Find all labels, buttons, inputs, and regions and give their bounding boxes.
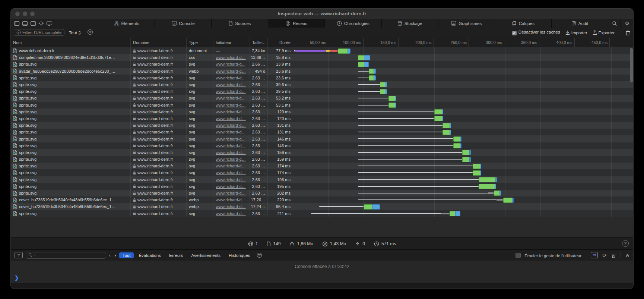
initiator-link[interactable]: www.richard-d… — [216, 123, 246, 128]
reload-icon[interactable]: ⟳ — [602, 252, 607, 258]
table-row[interactable]: sprite.svgwww.richard-dern.frsvgwww.rich… — [11, 156, 633, 163]
initiator-link[interactable]: www.richard-d… — [216, 157, 246, 161]
tab-timelines[interactable]: Chronologies — [324, 19, 381, 28]
column-header-duration[interactable]: Durée — [268, 38, 293, 47]
import-button[interactable]: Importer — [565, 30, 587, 35]
console-prompt[interactable]: ❯ — [11, 273, 633, 283]
initiator-link[interactable]: www.richard-d… — [216, 55, 246, 60]
initiator-link[interactable]: www.richard-d… — [216, 82, 246, 87]
initiator-link[interactable]: www.richard-d… — [216, 144, 246, 148]
javascript-context-icon[interactable]: JS — [591, 252, 598, 258]
table-row[interactable]: cover_hu736519dc3b5040cfa48b6b559b6de6ec… — [11, 196, 633, 203]
table-row[interactable]: cover_hu736519dc3b5040cfa48b6b559b6de6ec… — [11, 203, 633, 210]
console-search-input[interactable]: ⌄ — [26, 252, 106, 259]
initiator-link[interactable]: www.richard-d… — [216, 211, 246, 216]
initiator-link[interactable]: www.richard-d… — [216, 170, 246, 175]
tab-console[interactable]: ΣConsole — [155, 19, 211, 28]
table-row[interactable]: sprite.svgwww.richard-dern.frsvgwww.rich… — [11, 81, 633, 88]
tab-elements[interactable]: Éléments — [98, 19, 155, 28]
table-row[interactable]: sprite.svgwww.richard-dern.frsvgwww.rich… — [11, 169, 633, 176]
table-row[interactable]: csscompiled.min.38390909f303624ed9e1cf1b… — [11, 54, 633, 61]
previous-result-button[interactable]: ‹ — [109, 252, 111, 258]
file-type-icon — [13, 69, 17, 73]
waterfall-segment-stall — [441, 213, 450, 214]
table-row[interactable]: sprite.svgwww.richard-dern.frsvgwww.rich… — [11, 176, 633, 183]
help-button[interactable]: ? — [622, 240, 629, 247]
initiator-link[interactable]: www.richard-d… — [216, 96, 246, 100]
initiator-link[interactable]: www.richard-d… — [216, 164, 246, 168]
emulate-user-gesture-checkbox[interactable]: Émuler le geste de l'utilisateur — [515, 253, 581, 258]
console-filter-tout[interactable]: Tout — [119, 252, 134, 258]
initiator-link[interactable]: www.richard-d… — [216, 62, 246, 66]
initiator-link[interactable]: www.richard-d… — [216, 76, 246, 80]
table-row[interactable]: sprite.svgwww.richard-dern.frsvgwww.rich… — [11, 149, 633, 156]
initiator-link[interactable]: www.richard-d… — [216, 103, 246, 107]
device-settings-icon[interactable] — [46, 21, 53, 26]
url-filter-input[interactable]: Filtrer l'URL complète — [14, 29, 64, 36]
vertical-scrollbar[interactable] — [630, 48, 633, 82]
initiator-link[interactable]: www.richard-d… — [216, 137, 246, 141]
table-row[interactable]: www.richard-dern.frwww.richard-dern.frdo… — [11, 47, 633, 54]
next-result-button[interactable]: › — [114, 252, 116, 258]
table-row[interactable]: sprite.svgwww.richard-dern.frsvgwww.rich… — [11, 115, 633, 122]
tab-audit[interactable]: Audit — [551, 19, 608, 28]
initiator-link[interactable]: www.richard-d… — [216, 89, 246, 94]
table-row[interactable]: sprite.svgwww.richard-dern.frsvgwww.rich… — [11, 61, 633, 67]
table-row[interactable]: sprite.svgwww.richard-dern.frsvgwww.rich… — [11, 95, 633, 101]
dock-bottom-icon[interactable] — [22, 21, 28, 26]
resource-name: cover_hu736519dc3b5040cfa48b6b559b6de6ec… — [19, 198, 115, 202]
table-row[interactable]: sprite.svgwww.richard-dern.frsvgwww.rich… — [11, 122, 633, 129]
table-row[interactable]: sprite.svgwww.richard-dern.frsvgwww.rich… — [11, 75, 633, 81]
search-button[interactable] — [608, 19, 621, 28]
table-row[interactable]: sprite.svgwww.richard-dern.frsvgwww.rich… — [11, 210, 633, 217]
console-filter-erreurs[interactable]: Erreurs — [166, 252, 187, 258]
element-picker-icon[interactable] — [38, 21, 44, 26]
filter-options-icon[interactable] — [87, 29, 93, 35]
table-row[interactable]: sprite.svgwww.richard-dern.frsvgwww.rich… — [11, 190, 633, 196]
dock-right-icon[interactable] — [30, 21, 36, 26]
initiator-link[interactable]: www.richard-d… — [216, 150, 246, 155]
table-row[interactable]: avatar_hu85ecc3e298728880b0bde2dcc4e5c23… — [11, 68, 633, 75]
initiator-link[interactable]: www.richard-d… — [216, 116, 246, 121]
table-row[interactable]: sprite.svgwww.richard-dern.frsvgwww.rich… — [11, 183, 633, 190]
settings-gear-icon[interactable]: ⚙ — [621, 19, 633, 28]
initiator-link[interactable]: www.richard-d… — [216, 191, 246, 195]
column-header-type[interactable]: Type — [187, 38, 213, 47]
console-drawer-icon[interactable]: ▽ — [15, 252, 23, 258]
initiator-link[interactable]: www.richard-d… — [216, 198, 246, 202]
table-row[interactable]: sprite.svgwww.richard-dern.frsvgwww.rich… — [11, 88, 633, 95]
column-header-name[interactable]: Nom — [11, 38, 131, 47]
table-row[interactable]: sprite.svgwww.richard-dern.frsvgwww.rich… — [11, 129, 633, 135]
expand-console-icon[interactable] — [625, 253, 629, 258]
table-row[interactable]: sprite.svgwww.richard-dern.frsvgwww.rich… — [11, 135, 633, 142]
tab-layers[interactable]: Calques — [495, 19, 551, 28]
tab-graphics[interactable]: Graphismes — [438, 19, 495, 28]
table-row[interactable]: sprite.svgwww.richard-dern.frsvgwww.rich… — [11, 108, 633, 115]
table-row[interactable]: sprite.svgwww.richard-dern.frsvgwww.rich… — [11, 163, 633, 169]
column-header-domain[interactable]: Domaine — [131, 38, 187, 47]
initiator-link[interactable]: www.richard-d… — [216, 177, 246, 182]
console-filter-options-icon[interactable] — [257, 252, 262, 258]
tab-network[interactable]: Réseau — [268, 19, 324, 28]
clear-console-icon[interactable] — [611, 253, 616, 258]
tab-storage[interactable]: Stockage — [381, 19, 438, 28]
initiator-link[interactable]: www.richard-d… — [216, 69, 246, 73]
column-header-initiator[interactable]: Initiateur — [213, 38, 250, 47]
initiator-link[interactable]: www.richard-d… — [216, 110, 246, 114]
initiator-link[interactable]: www.richard-d… — [216, 204, 246, 209]
column-header-size[interactable]: Taille… — [250, 38, 268, 47]
initiator-link[interactable]: www.richard-d… — [216, 130, 246, 134]
dock-left-icon[interactable] — [14, 21, 20, 26]
initiator-link[interactable]: www.richard-d… — [216, 184, 246, 189]
disable-caches-checkbox[interactable]: ✓Désactiver les caches — [512, 30, 560, 35]
export-button[interactable]: Exporter — [593, 30, 615, 35]
resource-scope-select[interactable]: Tout — [69, 29, 81, 36]
console-filter-évaluations[interactable]: Évaluations — [135, 252, 164, 258]
console-filter-avertissements[interactable]: Avertissements — [188, 252, 224, 258]
console-filter-historiques[interactable]: Historiques — [225, 252, 254, 258]
table-row[interactable]: sprite.svgwww.richard-dern.frsvgwww.rich… — [11, 142, 633, 149]
clear-network-items-icon[interactable] — [625, 30, 630, 35]
table-row[interactable]: sprite.svgwww.richard-dern.frsvgwww.rich… — [11, 102, 633, 108]
tab-sources[interactable]: Sources — [211, 19, 268, 28]
lock-icon — [133, 150, 136, 154]
